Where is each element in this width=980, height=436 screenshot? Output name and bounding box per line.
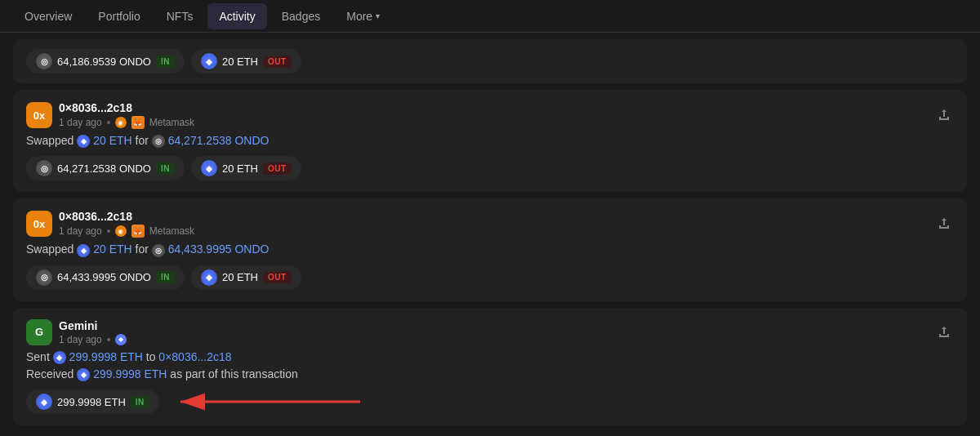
pill-eth-out: ◆ 20 ETH OUT <box>191 49 301 73</box>
token-pills-2: ◎ 64,433.9995 ONDO IN ◆ 20 ETH OUT <box>26 265 954 290</box>
tab-badges[interactable]: Badges <box>270 3 332 29</box>
tx-time-3: 1 day ago <box>59 334 102 345</box>
tab-portfolio[interactable]: Portfolio <box>87 3 151 29</box>
tab-overview[interactable]: Overview <box>13 3 83 29</box>
badge-out: OUT <box>263 56 292 68</box>
sent-to[interactable]: 0×8036...2c18 <box>158 350 231 363</box>
tx-meta-3: 1 day ago ◆ <box>59 334 127 345</box>
action-2: Swapped <box>26 242 74 256</box>
eth-inline-sent: ◆ <box>53 351 66 364</box>
pill-amount-2b: 20 ETH <box>222 271 258 283</box>
wallet-name-2: Metamask <box>149 225 194 237</box>
received-note: as part of this transaction <box>170 367 297 380</box>
badge-out-1: OUT <box>263 162 292 175</box>
sent-amount[interactable]: 299.9998 ETH <box>69 350 143 363</box>
from-amount-2[interactable]: 20 ETH <box>93 242 131 256</box>
action-1: Swapped <box>26 134 74 147</box>
tx-sent-line: Sent ◆ 299.9998 ETH to 0×8036...2c18 <box>26 350 954 364</box>
token-pills-3: ◆ 299.9998 ETH IN <box>26 389 159 414</box>
transaction-card-0: ◎ 64,186.9539 ONDO IN ◆ 20 ETH OUT <box>13 39 967 83</box>
badge-in-1: IN <box>156 162 175 175</box>
tx-header-left-1: 0x 0×8036...2c18 1 day ago ◉ 🦊 Metamask <box>26 101 194 129</box>
tx-header-left-3: G Gemini 1 day ago ◆ <box>26 319 127 345</box>
pill-amount: 20 ETH <box>222 56 258 68</box>
tx-desc-2: Swapped ◆ 20 ETH for ◎ 64,433.9995 ONDO <box>26 242 954 256</box>
metamask-icon-1: 🦊 <box>131 116 145 129</box>
share-button-1[interactable] <box>934 105 954 125</box>
badge-in-3: IN <box>131 396 149 408</box>
eth-meta-icon-3: ◆ <box>115 334 127 345</box>
token-pills-0: ◎ 64,186.9539 ONDO IN ◆ 20 ETH OUT <box>26 49 954 73</box>
nav-tabs: Overview Portfolio NFTs Activity Badges … <box>0 0 980 33</box>
pill-ondo-in-1: ◎ 64,271.2538 ONDO IN <box>26 156 185 180</box>
tx-address-3: Gemini <box>59 319 127 332</box>
chain-icon-1: ◉ <box>115 117 127 128</box>
tx-meta-2: 1 day ago ◉ 🦊 Metamask <box>59 225 194 238</box>
from-amount-1[interactable]: 20 ETH <box>93 134 131 147</box>
pill-ondo-in: ◎ 64,186.9539 ONDO IN <box>26 49 185 73</box>
badge-in-2: IN <box>156 271 175 283</box>
red-arrow-svg <box>172 390 368 413</box>
token-pills-1: ◎ 64,271.2538 ONDO IN ◆ 20 ETH OUT <box>26 156 954 180</box>
transaction-card-2: 0x 0×8036...2c18 1 day ago ◉ 🦊 Metamask <box>13 198 967 300</box>
eth-inline-icon-2: ◆ <box>77 244 90 257</box>
dot-2 <box>107 229 110 233</box>
arrow-annotation <box>172 390 368 413</box>
share-button-2[interactable] <box>934 214 954 234</box>
tx-time-1: 1 day ago <box>59 117 102 128</box>
ondo-inline-icon-1: ◎ <box>152 135 165 148</box>
badge-in: IN <box>156 56 175 68</box>
wallet-name-1: Metamask <box>149 117 194 128</box>
ondo-pill-icon-1: ◎ <box>36 160 52 176</box>
tx-header-1: 0x 0×8036...2c18 1 day ago ◉ 🦊 Metamask <box>26 101 954 129</box>
avatar-2: 0x <box>26 211 52 237</box>
tab-activity[interactable]: Activity <box>207 3 266 29</box>
eth-pill-icon-3: ◆ <box>36 394 52 410</box>
tx-address-1: 0×8036...2c18 <box>59 101 194 114</box>
tx-header-left-2: 0x 0×8036...2c18 1 day ago ◉ 🦊 Metamask <box>26 210 194 238</box>
avatar-1: 0x <box>26 102 52 128</box>
to-amount-1[interactable]: 64,271.2538 ONDO <box>168 134 270 147</box>
share-icon-2 <box>938 217 951 230</box>
share-icon-1 <box>938 109 951 122</box>
pill-amount-3: 299.9998 ETH <box>57 396 126 408</box>
tx-meta-1: 1 day ago ◉ 🦊 Metamask <box>59 116 194 129</box>
chevron-down-icon: ▾ <box>376 11 380 20</box>
eth-pill-icon-2: ◆ <box>201 269 217 286</box>
pill-amount-2a: 64,433.9995 ONDO <box>57 271 151 283</box>
ondo-icon: ◎ <box>36 53 52 69</box>
share-button-3[interactable] <box>934 323 954 342</box>
pill-amount: 64,186.9539 ONDO <box>57 56 151 68</box>
tab-more[interactable]: More ▾ <box>335 3 391 29</box>
metamask-icon-2: 🦊 <box>131 225 145 238</box>
tab-nfts[interactable]: NFTs <box>155 3 205 29</box>
eth-inline-icon-1: ◆ <box>77 135 90 148</box>
badge-out-2: OUT <box>263 271 292 283</box>
pill-ondo-in-2: ◎ 64,433.9995 ONDO IN <box>26 265 185 290</box>
tx-info-1: 0×8036...2c18 1 day ago ◉ 🦊 Metamask <box>59 101 194 129</box>
action-3: Sent <box>26 350 50 363</box>
eth-icon: ◆ <box>201 53 217 69</box>
received-amount[interactable]: 299.9998 ETH <box>93 367 167 380</box>
dot-1 <box>107 121 110 124</box>
tx-header-3: G Gemini 1 day ago ◆ <box>26 319 954 345</box>
pill-eth-out-1: ◆ 20 ETH OUT <box>191 156 301 180</box>
tx-time-2: 1 day ago <box>59 225 102 237</box>
ondo-pill-icon-2: ◎ <box>36 269 52 286</box>
transaction-card-3: G Gemini 1 day ago ◆ Sent ◆ <box>13 308 967 426</box>
to-amount-2[interactable]: 64,433.9995 ONDO <box>168 242 270 256</box>
tx-desc-1: Swapped ◆ 20 ETH for ◎ 64,271.2538 ONDO <box>26 134 954 148</box>
dot-3 <box>107 338 110 341</box>
received-text: Received <box>26 367 74 380</box>
pill-amount-1a: 64,271.2538 ONDO <box>57 162 151 175</box>
tx-address-2: 0×8036...2c18 <box>59 210 194 223</box>
activity-content: ◎ 64,186.9539 ONDO IN ◆ 20 ETH OUT 0x 0×… <box>0 33 980 432</box>
eth-inline-received: ◆ <box>77 368 90 381</box>
tx-received-line: Received ◆ 299.9998 ETH as part of this … <box>26 367 954 381</box>
ondo-inline-icon-2: ◎ <box>152 244 165 257</box>
eth-pill-icon-1: ◆ <box>201 160 217 176</box>
pill-eth-in-3: ◆ 299.9998 ETH IN <box>26 389 159 414</box>
avatar-3: G <box>26 319 52 345</box>
pill-amount-1b: 20 ETH <box>222 162 258 175</box>
tx-info-3: Gemini 1 day ago ◆ <box>59 319 127 345</box>
